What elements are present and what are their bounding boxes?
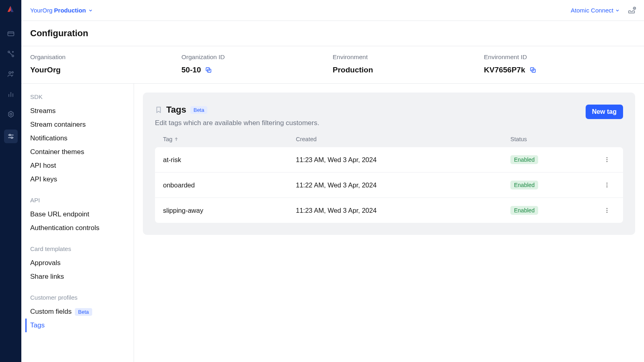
sidebar-item-label: Custom fields: [30, 308, 72, 316]
nav-customers-icon[interactable]: [6, 69, 16, 79]
nav-configuration-icon[interactable]: [4, 130, 18, 143]
meta-envid-label: Environment ID: [484, 53, 635, 61]
sidebar-item-label: Notifications: [30, 134, 68, 142]
inbox-icon[interactable]: [627, 6, 636, 15]
org-env-selector[interactable]: YourOrg Production: [30, 7, 93, 14]
new-tag-button[interactable]: New tag: [586, 105, 623, 119]
status-badge: Enabled: [510, 206, 538, 215]
sidebar-item-label: Base URL endpoint: [30, 210, 89, 218]
sidebar-item-approvals[interactable]: Approvals: [30, 256, 134, 270]
svg-point-27: [607, 187, 607, 187]
sidebar-item-api-keys[interactable]: API keys: [30, 173, 134, 186]
svg-point-3: [12, 55, 13, 57]
config-sidebar: SDKStreamsStream containersNotifications…: [21, 84, 134, 362]
copy-icon[interactable]: [529, 66, 537, 74]
topbar: YourOrg Production Atomic Connect: [21, 0, 644, 21]
sidebar-item-tags[interactable]: Tags: [25, 319, 134, 332]
page-title-bar: Configuration: [21, 21, 644, 46]
col-header-created[interactable]: Created: [296, 136, 510, 142]
cell-tag: onboarded: [163, 181, 296, 189]
col-header-status[interactable]: Status: [510, 136, 599, 142]
sidebar-item-stream-containers[interactable]: Stream containers: [30, 118, 134, 132]
sidebar-item-label: Share links: [30, 273, 64, 281]
meta-org-label: Organisation: [30, 53, 182, 61]
svg-point-4: [12, 51, 13, 53]
meta-orgid-value: 50-10: [182, 66, 201, 74]
breadcrumb-env: Production: [54, 7, 86, 14]
svg-point-29: [607, 210, 607, 211]
sort-asc-icon: [174, 137, 179, 142]
beta-badge: Beta: [190, 106, 208, 114]
meta-envid-value: KV7656P7k: [484, 66, 525, 74]
atomic-connect-link[interactable]: Atomic Connect: [571, 7, 620, 14]
meta-env-value: Production: [333, 66, 373, 74]
table-header: Tag Created Status: [155, 136, 623, 147]
sidebar-section-label: Card templates: [30, 245, 134, 252]
cell-status: Enabled: [510, 181, 599, 189]
table-row: slipping-away11:23 AM, Wed 3 Apr, 2024En…: [155, 198, 623, 223]
nav-settings-icon[interactable]: [6, 109, 16, 119]
row-actions-menu[interactable]: [599, 182, 615, 188]
nav-flows-icon[interactable]: [6, 49, 16, 59]
svg-point-26: [607, 185, 607, 185]
nav-rail: [0, 0, 21, 362]
cell-created: 11:23 AM, Wed 3 Apr, 2024: [296, 207, 510, 214]
chevron-down-icon: [615, 8, 620, 13]
svg-point-5: [9, 72, 11, 74]
svg-point-2: [8, 51, 9, 53]
svg-marker-10: [8, 111, 13, 117]
sidebar-item-streams[interactable]: Streams: [30, 104, 134, 118]
sidebar-item-notifications[interactable]: Notifications: [30, 132, 134, 145]
cell-status: Enabled: [510, 206, 599, 215]
tags-panel: Tags Beta Edit tags which are available …: [143, 93, 635, 235]
meta-bar: Organisation YourOrg Organization ID 50-…: [21, 46, 644, 84]
meta-env-label: Environment: [333, 53, 484, 61]
app-logo: [6, 5, 16, 14]
svg-rect-0: [8, 32, 14, 36]
bookmark-icon: [155, 106, 162, 113]
col-header-tag[interactable]: Tag: [163, 136, 296, 142]
nav-analytics-icon[interactable]: [6, 89, 16, 99]
nav-cards-icon[interactable]: [6, 29, 16, 39]
sidebar-item-label: Streams: [30, 107, 56, 115]
breadcrumb-org: YourOrg: [30, 7, 52, 14]
meta-orgid-label: Organization ID: [182, 53, 333, 61]
svg-point-23: [607, 159, 607, 160]
svg-point-24: [607, 161, 607, 162]
sidebar-item-label: Container themes: [30, 148, 84, 156]
cell-tag: at-risk: [163, 156, 296, 164]
sidebar-item-container-themes[interactable]: Container themes: [30, 145, 134, 159]
sidebar-item-base-url-endpoint[interactable]: Base URL endpoint: [30, 208, 134, 221]
row-actions-menu[interactable]: [599, 207, 615, 214]
svg-point-6: [12, 72, 13, 73]
sidebar-item-api-host[interactable]: API host: [30, 159, 134, 173]
sidebar-item-authentication-controls[interactable]: Authentication controls: [30, 221, 134, 235]
sidebar-item-label: Stream containers: [30, 121, 86, 129]
sidebar-item-label: API host: [30, 162, 56, 170]
beta-badge: Beta: [75, 308, 92, 316]
status-badge: Enabled: [510, 181, 538, 189]
sidebar-item-label: Authentication controls: [30, 224, 99, 232]
table-row: onboarded11:22 AM, Wed 3 Apr, 2024Enable…: [155, 173, 623, 198]
cell-status: Enabled: [510, 155, 599, 164]
copy-icon[interactable]: [205, 66, 212, 74]
cell-created: 11:22 AM, Wed 3 Apr, 2024: [296, 181, 510, 189]
svg-point-11: [10, 113, 12, 115]
panel-subtitle: Edit tags which are available when filte…: [155, 119, 319, 127]
sidebar-item-custom-fields[interactable]: Custom fieldsBeta: [30, 305, 134, 319]
svg-point-30: [607, 212, 607, 213]
status-badge: Enabled: [510, 155, 538, 164]
cell-tag: slipping-away: [163, 207, 296, 214]
meta-org-value: YourOrg: [30, 66, 61, 74]
svg-point-15: [11, 137, 12, 138]
svg-point-25: [607, 183, 607, 183]
connect-label: Atomic Connect: [571, 7, 613, 14]
cell-created: 11:23 AM, Wed 3 Apr, 2024: [296, 156, 510, 164]
chevron-down-icon: [88, 8, 93, 13]
row-actions-menu[interactable]: [599, 156, 615, 163]
page-title: Configuration: [30, 28, 635, 39]
tags-table: Tag Created Status at-risk11:23 AM, Wed …: [155, 136, 623, 223]
svg-point-22: [607, 157, 607, 158]
sidebar-section-label: API: [30, 197, 134, 204]
sidebar-item-share-links[interactable]: Share links: [30, 270, 134, 284]
